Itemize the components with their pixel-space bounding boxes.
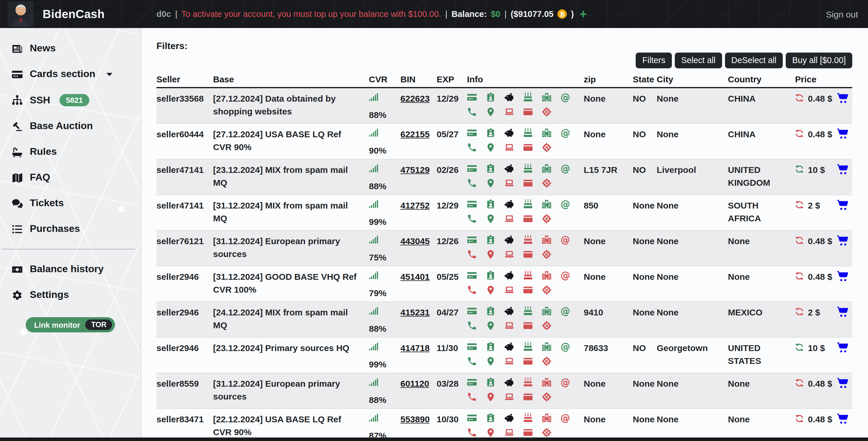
- refresh-icon[interactable]: [795, 129, 804, 138]
- column-header-bin: BIN: [400, 74, 437, 84]
- cvr-value: 90%: [369, 144, 395, 156]
- refresh-icon[interactable]: [795, 414, 804, 423]
- base-cell: [23.12.2024] MIX from spam mail MQ: [213, 164, 369, 192]
- bin-link[interactable]: 622623: [400, 93, 430, 104]
- cart-icon[interactable]: [836, 413, 849, 424]
- gear-icon: [12, 289, 23, 300]
- credit-card-icon: [467, 164, 477, 174]
- sidebar-item-ssh[interactable]: SSH5821: [0, 87, 141, 113]
- bin-link[interactable]: 443045: [400, 236, 430, 246]
- sidebar-item-balance-history[interactable]: Balance history: [0, 257, 141, 282]
- refresh-icon[interactable]: [795, 272, 804, 281]
- price-cell: 2 $: [795, 306, 852, 335]
- wallet-icon: [523, 178, 533, 188]
- sidebar-item-label: Purchases: [30, 223, 80, 235]
- cart-icon[interactable]: [836, 270, 849, 282]
- table-row: seller60444 [27.12.2024] USA BASE LQ Ref…: [156, 123, 852, 159]
- state-cell: NO: [633, 342, 657, 370]
- circle-x-icon: [542, 178, 552, 188]
- cart-icon[interactable]: [836, 306, 849, 318]
- price-cell: 0.48 $: [795, 92, 852, 121]
- bank-building-icon: [542, 92, 552, 102]
- city-cell: None: [657, 199, 728, 228]
- brand[interactable]: BidenCash: [0, 1, 141, 27]
- deselect-all-button[interactable]: DeSelect all: [725, 53, 783, 68]
- cart-icon[interactable]: [836, 377, 849, 389]
- buy-all-button[interactable]: Buy all [$0.00]: [786, 53, 852, 68]
- base-cell: [23.12.2024] Primary sources HQ: [213, 342, 369, 370]
- sidebar-item-rules[interactable]: Rules: [0, 139, 141, 165]
- circle-x-icon: [542, 249, 552, 259]
- sidebar-item-purchases[interactable]: Purchases: [0, 216, 141, 242]
- link-monitor-button[interactable]: Link monitor TOR: [25, 317, 115, 332]
- bin-link[interactable]: 415231: [400, 307, 430, 317]
- column-header-state: State: [633, 74, 657, 84]
- bank-building-icon: [542, 342, 552, 352]
- credit-card-icon: [467, 342, 477, 352]
- table-row: seller83471 [22.12.2024] USA BASE LQ Ref…: [156, 408, 852, 438]
- sidebar-item-cards-section[interactable]: Cards section: [0, 61, 141, 87]
- sidebar-item-news[interactable]: News: [0, 36, 141, 61]
- cvr-cell: 88%: [369, 164, 400, 192]
- cart-icon[interactable]: [836, 164, 849, 175]
- price-value: 0.48 $: [808, 377, 832, 390]
- cart-icon[interactable]: [836, 199, 849, 211]
- cart-icon[interactable]: [836, 128, 849, 140]
- birthday-cake-icon: [523, 306, 533, 316]
- price-value: 2 $: [808, 306, 820, 319]
- refresh-icon[interactable]: [795, 200, 804, 209]
- sidebar-item-label: Cards section: [30, 68, 95, 80]
- sidebar-item-base-auction[interactable]: Base Auction: [0, 113, 141, 139]
- bin-link[interactable]: 414718: [400, 343, 430, 353]
- id-card-icon: [486, 128, 496, 138]
- bin-link[interactable]: 451401: [400, 272, 430, 282]
- refresh-icon[interactable]: [795, 379, 804, 387]
- sidebar-item-settings[interactable]: Settings: [0, 282, 141, 308]
- refresh-icon[interactable]: [795, 93, 804, 102]
- seller-cell: seller2946: [156, 342, 213, 370]
- table-row: seller47141 [31.12.2024] MIX from spam m…: [156, 195, 852, 230]
- bin-link[interactable]: 412752: [400, 200, 430, 210]
- seller-cell: seller47141: [156, 199, 213, 228]
- tor-badge: TOR: [86, 320, 112, 330]
- sign-out-link[interactable]: Sign out: [826, 9, 868, 19]
- top-up-plus-icon[interactable]: +: [580, 8, 587, 20]
- bin-link[interactable]: 622155: [400, 129, 430, 139]
- circle-x-icon: [542, 428, 552, 438]
- filters-label: Filters:: [156, 41, 868, 51]
- refresh-icon[interactable]: [795, 165, 804, 174]
- id-card-icon: [486, 235, 496, 245]
- cart-icon[interactable]: [836, 92, 849, 104]
- laptop-icon: [504, 356, 514, 366]
- refresh-icon[interactable]: [795, 307, 804, 316]
- balance-secondary-close: ): [571, 9, 574, 19]
- refresh-icon[interactable]: [795, 236, 804, 245]
- cvr-cell: 99%: [369, 199, 400, 228]
- refresh-icon[interactable]: [795, 343, 804, 352]
- bin-link[interactable]: 553890: [400, 414, 430, 424]
- circle-x-icon: [542, 285, 552, 295]
- phone-icon: [467, 249, 477, 259]
- filters-button[interactable]: Filters: [636, 53, 672, 68]
- id-card-icon: [486, 270, 496, 281]
- laptop-icon: [504, 321, 514, 331]
- bin-link[interactable]: 601120: [400, 379, 429, 388]
- cart-icon[interactable]: [836, 342, 849, 353]
- zip-cell: None: [584, 235, 633, 263]
- cart-icon[interactable]: [836, 235, 849, 246]
- id-card-icon: [486, 413, 496, 423]
- country-cell: None: [728, 413, 795, 438]
- sidebar-item-faq[interactable]: FAQ: [0, 165, 141, 190]
- seller-cell: seller60444: [156, 128, 213, 156]
- price-value: 0.48 $: [808, 92, 832, 105]
- exp-cell: 12/29: [437, 199, 467, 228]
- select-all-button[interactable]: Select all: [675, 53, 722, 68]
- laptop-icon: [504, 214, 514, 224]
- credit-card-icon: [467, 413, 477, 423]
- bin-link[interactable]: 475129: [400, 165, 430, 175]
- cvr-cell: 88%: [369, 306, 400, 335]
- bin-cell: 475129: [400, 164, 437, 192]
- sidebar-item-tickets[interactable]: Tickets: [0, 190, 141, 216]
- signal-bars-icon: [369, 199, 378, 209]
- sidebar-item-label: SSH: [30, 94, 50, 106]
